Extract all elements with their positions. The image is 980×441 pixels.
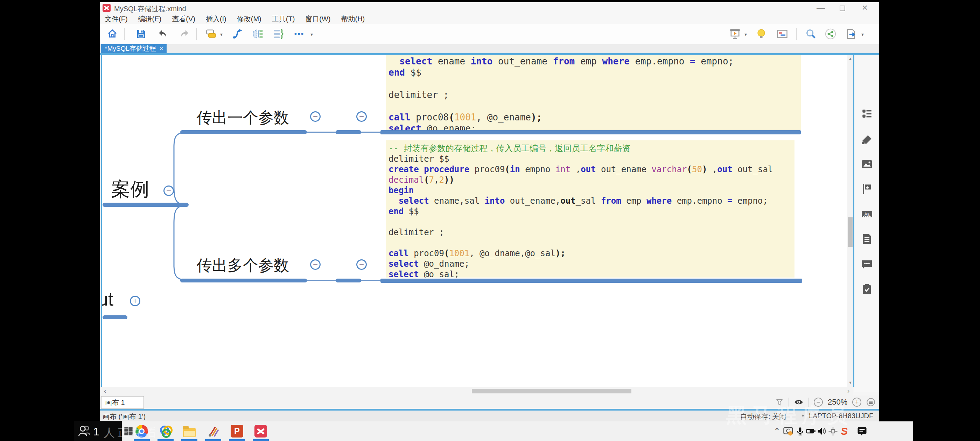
redo-icon bbox=[179, 29, 190, 40]
outline-button[interactable] bbox=[270, 27, 286, 41]
structure-button[interactable] bbox=[250, 27, 266, 41]
code-topic-proc09[interactable]: -- 封装有参数的存储过程，传入员工编号，返回员工名字和薪资delimiter … bbox=[386, 140, 794, 277]
taskbar-navicat-button[interactable] bbox=[159, 424, 173, 438]
zoom-level[interactable]: 250% bbox=[828, 398, 847, 407]
tray-sogou-button[interactable]: S bbox=[837, 424, 851, 438]
menu-modify[interactable]: 修改(M) bbox=[237, 14, 261, 24]
taskbar-paint-button[interactable] bbox=[206, 424, 220, 438]
toolbar: ▾ ••• ▾ ▾ bbox=[100, 24, 879, 44]
presentation-icon bbox=[729, 28, 741, 40]
menubar: 文件(F) 编辑(E) 查看(V) 插入(I) 修改(M) 工具(T) 窗口(W… bbox=[100, 14, 879, 24]
restore-icon bbox=[840, 6, 845, 11]
minimize-button[interactable]: — bbox=[811, 2, 830, 14]
relationship-button[interactable] bbox=[230, 27, 245, 41]
navicat-running-indicator bbox=[158, 439, 173, 441]
topic-icon bbox=[205, 28, 217, 40]
document-tab[interactable]: *MySQL存储过程 × bbox=[101, 44, 167, 53]
save-button[interactable] bbox=[134, 27, 149, 41]
export-button[interactable] bbox=[843, 27, 859, 41]
home-icon bbox=[107, 29, 118, 39]
scroll-left-icon[interactable]: ‹ bbox=[104, 387, 106, 395]
branch2-collapse-button2[interactable]: − bbox=[356, 260, 367, 270]
horizontal-scrollbar[interactable]: ‹ › bbox=[101, 387, 853, 395]
paint-app-icon bbox=[207, 425, 220, 438]
xmind-running-indicator bbox=[253, 439, 269, 441]
root-topic[interactable]: 案例 bbox=[111, 177, 149, 202]
style-panel-button[interactable] bbox=[859, 132, 875, 147]
close-button[interactable]: × bbox=[856, 2, 874, 14]
menu-window[interactable]: 窗口(W) bbox=[305, 14, 330, 24]
topic-caret-icon[interactable]: ▾ bbox=[220, 32, 223, 37]
branch1-collapse-button2[interactable]: − bbox=[356, 111, 367, 122]
menu-file[interactable]: 文件(F) bbox=[105, 14, 128, 24]
branch2-connector bbox=[307, 280, 336, 281]
idea-button[interactable] bbox=[754, 27, 769, 41]
marker-panel-button[interactable] bbox=[859, 181, 875, 197]
presentation-button[interactable] bbox=[727, 27, 743, 41]
paintbrush-icon bbox=[861, 134, 873, 146]
device-name: LAPTOP-8H83UJDF bbox=[809, 412, 873, 420]
menu-view[interactable]: 查看(V) bbox=[172, 14, 195, 24]
separator bbox=[789, 398, 789, 407]
search-button[interactable] bbox=[803, 27, 819, 41]
filter-icon[interactable] bbox=[775, 398, 784, 406]
eye-icon[interactable] bbox=[794, 397, 803, 407]
xmind-window: MySQL存储过程.xmind — × 文件(F) 编辑(E) 查看(V) 插入… bbox=[100, 2, 879, 421]
taskbar-powerpoint-button[interactable]: P bbox=[230, 424, 244, 438]
taskbar-xmind-button[interactable] bbox=[254, 424, 268, 438]
partial-underline bbox=[103, 315, 127, 319]
horizontal-scroll-thumb[interactable] bbox=[472, 389, 632, 393]
image-panel-button[interactable] bbox=[859, 156, 875, 172]
task-panel-button[interactable] bbox=[859, 282, 875, 297]
comments-panel-button[interactable] bbox=[859, 256, 875, 272]
menu-edit[interactable]: 编辑(E) bbox=[138, 14, 162, 24]
zoom-in-button[interactable]: + bbox=[852, 398, 861, 407]
speaker-icon bbox=[816, 426, 827, 436]
folder-icon bbox=[183, 428, 196, 437]
taskbar-explorer-button[interactable] bbox=[182, 424, 196, 438]
autosave-status: 自动保存: 关闭 bbox=[740, 412, 786, 421]
restore-button[interactable] bbox=[834, 2, 851, 14]
save-icon bbox=[136, 29, 146, 39]
root-collapse-button[interactable]: − bbox=[164, 186, 174, 196]
device-bullet-icon: ● bbox=[802, 412, 804, 418]
scroll-right-icon[interactable]: › bbox=[847, 387, 850, 395]
code-topic-proc08[interactable]: select ename into out_ename from emp whe… bbox=[386, 55, 801, 130]
scroll-down-icon[interactable]: ▼ bbox=[847, 381, 853, 385]
export-caret-icon[interactable]: ▾ bbox=[861, 32, 864, 37]
share-icon bbox=[825, 28, 837, 40]
mindmap-canvas[interactable]: 案例 − 传出一个参数 − − select ename into out_en… bbox=[101, 55, 848, 387]
partial-expand-button[interactable]: + bbox=[130, 296, 140, 306]
menu-tools[interactable]: 工具(T) bbox=[272, 14, 295, 24]
menu-help[interactable]: 帮助(H) bbox=[341, 14, 365, 24]
crosshair-icon bbox=[828, 426, 838, 436]
svg-text:Aa: Aa bbox=[864, 212, 870, 217]
insert-topic-button[interactable] bbox=[204, 27, 219, 41]
menu-insert[interactable]: 插入(I) bbox=[206, 14, 226, 24]
more-tools-button[interactable]: ••• bbox=[291, 27, 307, 41]
redo-button[interactable] bbox=[177, 27, 192, 41]
vertical-scroll-thumb[interactable] bbox=[848, 217, 853, 247]
format-panel-button[interactable] bbox=[859, 107, 875, 122]
timeline-button[interactable] bbox=[775, 27, 790, 41]
presentation-caret-icon[interactable]: ▾ bbox=[745, 32, 747, 37]
tab-close-icon[interactable]: × bbox=[160, 45, 164, 53]
home-button[interactable] bbox=[105, 27, 120, 41]
vertical-scrollbar[interactable]: ▲ ▼ bbox=[847, 55, 853, 387]
sheet-tab[interactable]: 画布 1 bbox=[101, 396, 144, 409]
right-panel: Aa bbox=[854, 55, 879, 392]
notification-center-button[interactable] bbox=[855, 424, 869, 438]
branch1-topic[interactable]: 传出一个参数 bbox=[197, 107, 289, 128]
share-button[interactable] bbox=[823, 27, 838, 41]
branch2-collapse-button[interactable]: − bbox=[310, 260, 321, 270]
scroll-up-icon[interactable]: ▲ bbox=[847, 56, 853, 60]
undo-button[interactable] bbox=[155, 27, 170, 41]
label-panel-button[interactable]: Aa bbox=[859, 207, 875, 222]
partial-topic[interactable]: ut bbox=[101, 288, 113, 310]
zoom-out-button[interactable]: − bbox=[814, 398, 823, 407]
branch2-topic[interactable]: 传出多个参数 bbox=[197, 255, 289, 276]
more-caret-icon[interactable]: ▾ bbox=[310, 32, 313, 37]
notes-panel-button[interactable] bbox=[859, 231, 875, 247]
zoom-menu-icon[interactable] bbox=[866, 398, 875, 407]
branch1-collapse-button[interactable]: − bbox=[310, 111, 321, 122]
